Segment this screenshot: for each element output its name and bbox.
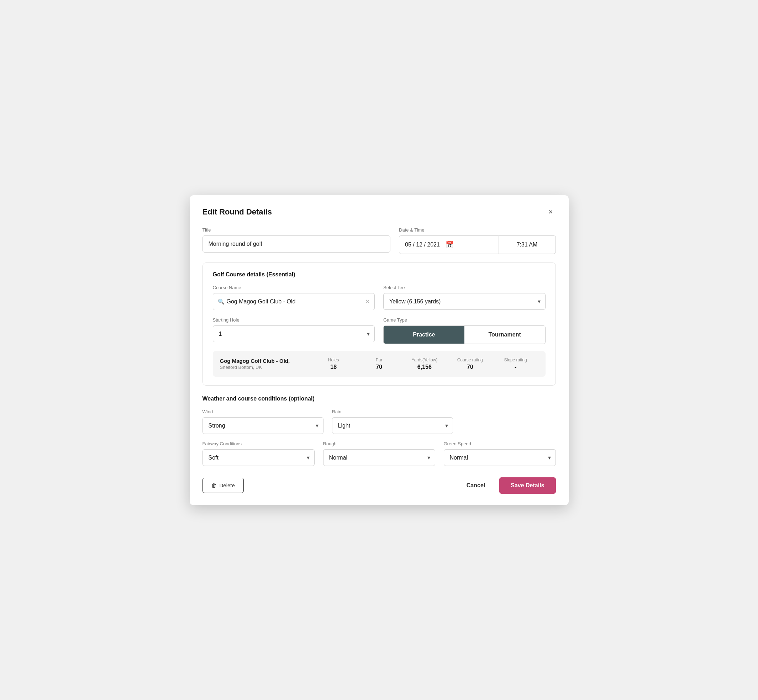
date-time-fields: 05 / 12 / 2021 📅 7:31 AM <box>399 236 556 254</box>
rough-group: Rough Short Normal Long Very Long ▾ <box>323 441 435 466</box>
cancel-button[interactable]: Cancel <box>461 478 491 493</box>
tournament-button[interactable]: Tournament <box>464 326 545 344</box>
rough-select-wrapper: Short Normal Long Very Long ▾ <box>323 449 435 466</box>
fairway-label: Fairway Conditions <box>202 441 315 446</box>
starting-hole-group: Starting Hole 1 10 ▾ <box>213 317 375 344</box>
close-button[interactable]: × <box>545 207 556 217</box>
course-rating-label: Course rating <box>447 358 493 362</box>
fairway-select[interactable]: Dry Normal Soft Wet <box>202 449 315 466</box>
slope-rating-label: Slope rating <box>493 358 539 362</box>
rain-select[interactable]: None Light Moderate Heavy <box>332 417 453 434</box>
time-field[interactable]: 7:31 AM <box>499 236 556 254</box>
par-stat: Par 70 <box>356 358 402 370</box>
clear-course-icon[interactable]: ✕ <box>365 298 370 305</box>
select-tee-group: Select Tee Yellow (6,156 yards) White (6… <box>383 285 545 310</box>
hole-gametype-row: Starting Hole 1 10 ▾ Game Type Practice … <box>213 317 545 344</box>
wind-rain-row: Wind Calm Light Moderate Strong Very Str… <box>202 409 556 434</box>
fairway-group: Fairway Conditions Dry Normal Soft Wet ▾ <box>202 441 315 466</box>
save-button[interactable]: Save Details <box>499 477 556 494</box>
slope-rating-stat: Slope rating - <box>493 358 539 370</box>
holes-stat: Holes 18 <box>311 358 356 370</box>
wind-select-wrapper: Calm Light Moderate Strong Very Strong ▾ <box>202 417 324 434</box>
golf-course-section: Golf Course details (Essential) Course N… <box>202 262 556 386</box>
yards-label: Yards(Yellow) <box>402 358 447 362</box>
edit-round-modal: Edit Round Details × Title Date & Time 0… <box>190 195 568 505</box>
wind-label: Wind <box>202 409 324 414</box>
tee-select[interactable]: Yellow (6,156 yards) White (6,400 yards)… <box>383 293 545 310</box>
modal-header: Edit Round Details × <box>202 207 556 217</box>
yards-stat: Yards(Yellow) 6,156 <box>402 358 447 370</box>
title-label: Title <box>202 227 391 233</box>
title-datetime-row: Title Date & Time 05 / 12 / 2021 📅 7:31 … <box>202 227 556 254</box>
course-info-location: Shelford Bottom, UK <box>220 364 311 370</box>
date-value: 05 / 12 / 2021 <box>405 242 440 248</box>
footer-right: Cancel Save Details <box>461 477 556 494</box>
game-type-group: Game Type Practice Tournament <box>383 317 545 344</box>
fairway-select-wrapper: Dry Normal Soft Wet ▾ <box>202 449 315 466</box>
course-rating-value: 70 <box>447 364 493 370</box>
title-group: Title <box>202 227 391 254</box>
holes-label: Holes <box>311 358 356 362</box>
modal-title: Edit Round Details <box>202 207 272 217</box>
datetime-group: Date & Time 05 / 12 / 2021 📅 7:31 AM <box>399 227 556 254</box>
wind-select[interactable]: Calm Light Moderate Strong Very Strong <box>202 417 324 434</box>
green-speed-label: Green Speed <box>444 441 556 446</box>
par-value: 70 <box>356 364 402 370</box>
green-speed-group: Green Speed Slow Normal Fast Very Fast ▾ <box>444 441 556 466</box>
starting-hole-select-wrapper: 1 10 ▾ <box>213 325 375 342</box>
date-field[interactable]: 05 / 12 / 2021 📅 <box>399 236 498 254</box>
title-input[interactable] <box>202 236 391 253</box>
green-speed-select[interactable]: Slow Normal Fast Very Fast <box>444 449 556 466</box>
golf-course-title: Golf Course details (Essential) <box>213 271 545 278</box>
footer-row: 🗑 Delete Cancel Save Details <box>202 473 556 494</box>
wind-group: Wind Calm Light Moderate Strong Very Str… <box>202 409 324 434</box>
course-info-row: Gog Magog Golf Club - Old, Shelford Bott… <box>213 351 545 377</box>
practice-button[interactable]: Practice <box>384 326 464 344</box>
tee-select-wrapper: Yellow (6,156 yards) White (6,400 yards)… <box>383 293 545 310</box>
search-icon: 🔍 <box>218 298 224 305</box>
conditions-row: Fairway Conditions Dry Normal Soft Wet ▾… <box>202 441 556 466</box>
course-info-name: Gog Magog Golf Club - Old, <box>220 358 311 364</box>
weather-section: Weather and course conditions (optional)… <box>202 395 556 466</box>
course-rating-stat: Course rating 70 <box>447 358 493 370</box>
yards-value: 6,156 <box>402 364 447 370</box>
course-tee-row: Course Name 🔍 ✕ Select Tee Yellow (6,156… <box>213 285 545 310</box>
course-name-group: Course Name 🔍 ✕ <box>213 285 375 310</box>
par-label: Par <box>356 358 402 362</box>
green-speed-select-wrapper: Slow Normal Fast Very Fast ▾ <box>444 449 556 466</box>
rain-group: Rain None Light Moderate Heavy ▾ <box>332 409 453 434</box>
weather-title: Weather and course conditions (optional) <box>202 395 556 402</box>
rough-select[interactable]: Short Normal Long Very Long <box>323 449 435 466</box>
rain-label: Rain <box>332 409 453 414</box>
datetime-label: Date & Time <box>399 227 556 233</box>
course-info-name-block: Gog Magog Golf Club - Old, Shelford Bott… <box>220 358 311 370</box>
trash-icon: 🗑 <box>211 482 217 488</box>
game-type-label: Game Type <box>383 317 545 323</box>
calendar-icon: 📅 <box>446 241 453 248</box>
delete-button[interactable]: 🗑 Delete <box>202 478 244 493</box>
time-value: 7:31 AM <box>517 242 538 248</box>
holes-value: 18 <box>311 364 356 370</box>
rough-label: Rough <box>323 441 435 446</box>
starting-hole-select[interactable]: 1 10 <box>213 325 375 342</box>
game-type-toggle: Practice Tournament <box>383 325 545 344</box>
rain-select-wrapper: None Light Moderate Heavy ▾ <box>332 417 453 434</box>
select-tee-label: Select Tee <box>383 285 545 290</box>
course-search-wrapper: 🔍 ✕ <box>213 293 375 310</box>
delete-label: Delete <box>219 482 235 488</box>
slope-rating-value: - <box>493 364 539 370</box>
starting-hole-label: Starting Hole <box>213 317 375 323</box>
course-name-label: Course Name <box>213 285 375 290</box>
course-name-input[interactable] <box>213 293 375 310</box>
